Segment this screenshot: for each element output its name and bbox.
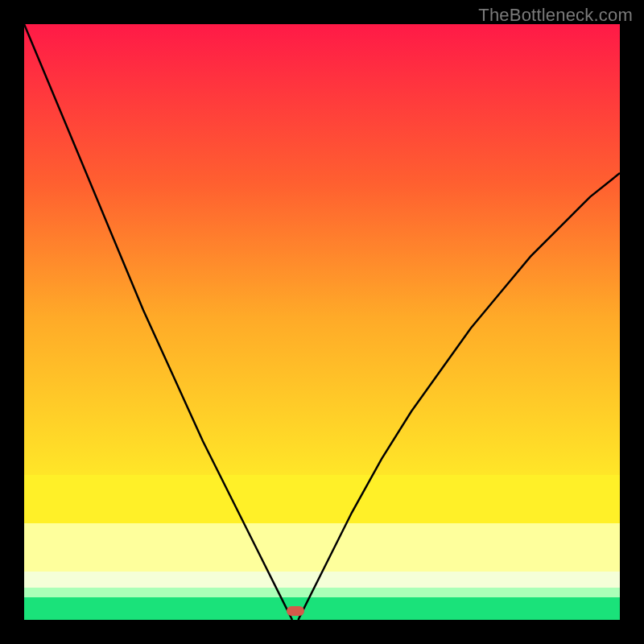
band-pale-green (24, 588, 620, 597)
gradient-band-4 (24, 250, 620, 306)
band-yellow (24, 475, 620, 523)
band-pale-yellow (24, 523, 620, 572)
gradient-band-0 (24, 24, 620, 80)
plot-area (24, 24, 620, 620)
watermark-text: TheBottleneck.com (478, 5, 633, 26)
gradient-band-7 (24, 419, 620, 475)
gradient-band-1 (24, 80, 620, 137)
gradient-band-2 (24, 137, 620, 193)
band-whitish (24, 572, 620, 588)
gradient-band-3 (24, 193, 620, 250)
vertex-marker (287, 606, 304, 616)
gradient-band-5 (24, 306, 620, 362)
band-green (24, 597, 620, 620)
chart-frame: TheBottleneck.com (0, 0, 644, 644)
gradient-band-6 (24, 362, 620, 419)
